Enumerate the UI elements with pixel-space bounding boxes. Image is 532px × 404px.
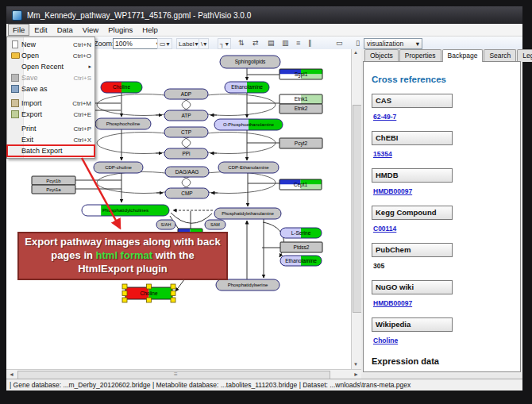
pathway-node-phosphatidylcholines[interactable]: Phosphatidylcholines [82, 205, 169, 216]
selection-handle[interactable] [122, 298, 127, 302]
menubar-item-edit[interactable]: Edit [29, 24, 52, 36]
file-menu-item-print[interactable]: PrintCtrl+P [7, 123, 94, 134]
selection-handle[interactable] [122, 284, 127, 289]
screenshot-root: { "window": { "title": "Mm_Kennedy_pathw… [0, 0, 532, 404]
xref-link[interactable]: C00114 [373, 225, 396, 233]
tab-properties[interactable]: Properties [399, 49, 441, 62]
tab-backpage[interactable]: Backpage [442, 49, 484, 62]
tab-search[interactable]: Search [484, 49, 516, 62]
pathway-node-l-serine[interactable]: L-Serine [280, 228, 322, 238]
pathway-node-phosphocholine[interactable]: Phosphocholine [95, 118, 151, 129]
pathway-node-ptdss2[interactable]: Ptdss2 [280, 242, 322, 252]
selection-handle[interactable] [147, 284, 152, 289]
menubar-item-help[interactable]: Help [137, 24, 163, 36]
line-tool-button[interactable]: \▾ [199, 38, 209, 49]
status-bar: | Gene database: ...m_Derby_20120602.bri… [6, 379, 522, 391]
pathway-node-ethanolamine[interactable]: Ethanolamine [280, 256, 322, 266]
common-size-icon[interactable]: ≡ [296, 39, 300, 47]
file-menu-item-save-as[interactable]: Save as [7, 83, 94, 94]
label-tool-button[interactable]: Label▾ [176, 38, 201, 49]
chevron-down-icon[interactable]: ▾ [167, 40, 170, 48]
pathway-node-pcyt2[interactable]: Pcyt2 [279, 138, 322, 148]
pathway-node-sphingolipids[interactable]: Sphingolipids [220, 56, 280, 68]
distribute-icon[interactable]: ∥ [308, 39, 312, 47]
selection-handle[interactable] [171, 291, 175, 296]
file-menu-item-label: New [21, 40, 73, 48]
pathway-node-sam[interactable]: SAM [205, 220, 226, 229]
datanode-type-icon: ▭ [160, 40, 166, 48]
pathway-node-cdp-choline[interactable]: CDP-choline [94, 162, 143, 173]
fit-height-icon[interactable]: ▯ [356, 39, 360, 47]
file-menu-item-open-recent[interactable]: Open Recent▸ [7, 61, 94, 72]
connector-tool-button[interactable]: ┐▾ [218, 38, 231, 49]
pathway-node-ethanolamine[interactable]: Ethanolamine [225, 82, 269, 93]
menubar-item-file[interactable]: File [8, 24, 29, 36]
menubar-item-data[interactable]: Data [52, 24, 78, 36]
xref-link[interactable]: 62-49-7 [373, 113, 396, 121]
canvas-horizontal-scrollbar[interactable]: ◄ ≡ ► [6, 369, 361, 379]
pathway-node-phosphatidylethanolamine[interactable]: Phosphatidylethanolamine [214, 208, 281, 219]
zoom-combo[interactable]: 100% ▾ [113, 38, 162, 49]
visualization-combo[interactable]: visualization ▾ [364, 38, 422, 49]
menubar-item-view[interactable]: View [78, 24, 103, 36]
pathway-node-cmp[interactable]: CMP [165, 188, 209, 198]
file-menu-item-label: Import [21, 99, 72, 107]
pathway-node-pcyt1a[interactable]: Pcyt1a [32, 185, 75, 194]
fit-width-icon[interactable]: ▭ [336, 39, 343, 47]
xref-link[interactable]: HMDB00097 [373, 187, 412, 195]
scroll-left-icon[interactable]: ◄ [9, 371, 14, 377]
title-bar[interactable]: Mm_Kennedy_pathway_WP1771_45176.gpml - P… [6, 6, 522, 24]
pathway-node-choline[interactable]: Choline [122, 284, 175, 302]
tab-legend[interactable]: Legend [517, 49, 532, 62]
pathway-node-etnk2[interactable]: Etnk2 [279, 104, 322, 114]
file-menu-item-export[interactable]: ExportCtrl+E [7, 109, 94, 120]
datanode-type-button[interactable]: ▭▾ [157, 38, 172, 49]
selection-handle[interactable] [147, 298, 152, 302]
file-menu-item-exit[interactable]: ExitCtrl+X [7, 134, 94, 145]
side-panel-tabs: ObjectsPropertiesBackpageSearchLegend [364, 49, 532, 62]
scroll-right-icon[interactable]: ► [353, 371, 359, 377]
app-icon [12, 10, 22, 21]
xref-link[interactable]: 15354 [373, 150, 392, 158]
xref-section: WikipediaCholine [372, 317, 512, 355]
align-vertical-center-icon[interactable]: ⇅ [238, 39, 245, 47]
file-menu-item-new[interactable]: NewCtrl+N [7, 39, 94, 50]
stack-vertical-icon[interactable]: ▤ [268, 39, 275, 47]
selection-handle[interactable] [171, 284, 175, 289]
scroll-down-icon[interactable]: ▼ [353, 362, 358, 367]
chevron-down-icon[interactable]: ▾ [416, 40, 419, 48]
stack-horizontal-icon[interactable]: ▥ [282, 39, 289, 47]
chevron-down-icon[interactable]: ▾ [195, 40, 199, 48]
canvas-vertical-scrollbar[interactable]: ▲ ▼ [351, 49, 361, 369]
svg-text:Sphingolipids: Sphingolipids [235, 59, 266, 65]
selection-handle[interactable] [122, 291, 127, 296]
xref-link[interactable]: Choline [373, 337, 398, 344]
menubar-item-plugins[interactable]: Plugins [103, 24, 137, 36]
zoom-value: 100% [115, 40, 133, 48]
file-menu-item-open[interactable]: OpenCtrl+O [7, 50, 94, 61]
align-horizontal-center-icon[interactable]: ⇄ [253, 39, 259, 47]
chevron-down-icon[interactable]: ▾ [203, 40, 206, 48]
file-menu-item-batch-export[interactable]: Batch Export [7, 145, 94, 156]
scroll-up-icon[interactable]: ▲ [353, 50, 358, 55]
pathway-node-s-ah[interactable]: S/AH [156, 220, 175, 229]
svg-text:ADP: ADP [181, 91, 191, 97]
pathway-node-adp[interactable]: ADP [164, 89, 208, 99]
file-menu-item-import[interactable]: ImportCtrl+M [7, 98, 94, 109]
pathway-node-o-phosphoethanolamine[interactable]: O-Phosphoethanolamine [214, 119, 283, 130]
pathway-node-cdp-ethanolamine[interactable]: CDP-Ethanolamine [218, 162, 279, 173]
pathway-node-phosphatidylserine[interactable]: Phosphatidylserine [216, 279, 279, 290]
tab-objects[interactable]: Objects [364, 49, 399, 62]
pathway-node-choline[interactable]: Choline [101, 82, 142, 93]
xref-link[interactable]: HMDB00097 [373, 299, 412, 307]
pathway-node-pcyt1b[interactable]: Pcyt1b [32, 176, 75, 185]
pathway-node-ppi[interactable]: PPi [164, 148, 208, 159]
pathway-node-cept1[interactable]: Cept1 [279, 179, 322, 190]
pathway-node-etnk1[interactable]: Etnk1 [279, 94, 322, 104]
chevron-down-icon[interactable]: ▾ [226, 40, 229, 48]
pathway-node-sgpl1[interactable]: Sgpl1 [279, 69, 322, 79]
pathway-node-dag-aag[interactable]: DAG/AAG [165, 167, 209, 177]
selection-handle[interactable] [171, 298, 175, 302]
pathway-node-atp[interactable]: ATP [164, 110, 208, 121]
pathway-node-ctp[interactable]: CTP [164, 127, 208, 137]
